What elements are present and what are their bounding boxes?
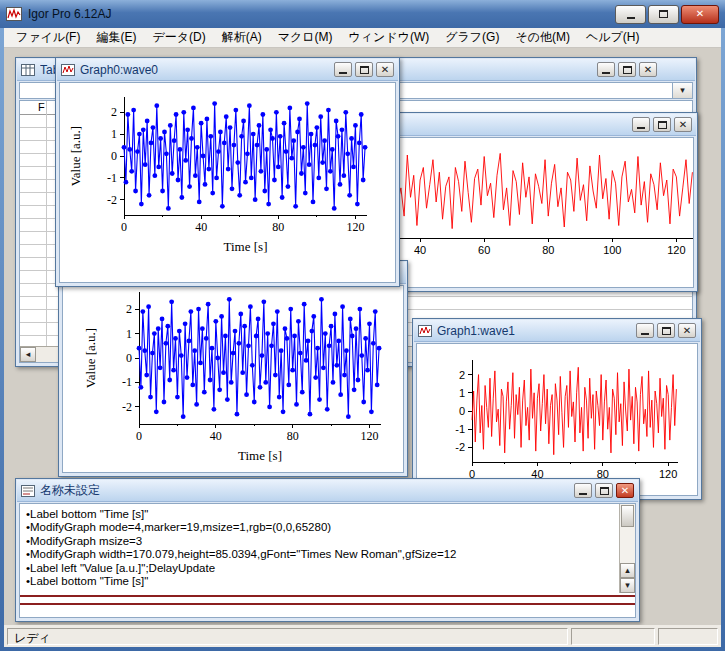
command-window-icon — [21, 485, 35, 497]
scroll-up-button[interactable]: ▴ — [620, 563, 635, 578]
minimize-icon — [627, 17, 635, 19]
igor-app-window: Igor Pro 6.12AJ ✕ ファイル(F) 編集(E) データ(D) 解… — [0, 0, 725, 651]
close-icon: ✕ — [381, 65, 389, 75]
command-minimize-button[interactable] — [574, 483, 592, 498]
svg-text:120: 120 — [667, 244, 685, 256]
graph0b-plot[interactable]: 04080120-2-1012Time [s]Value [a.u.] — [63, 286, 403, 472]
status-panel-3 — [658, 628, 718, 645]
graph1-plot[interactable]: 04080120-2-1012 — [417, 344, 697, 495]
graph2-minimize-button[interactable] — [632, 117, 650, 132]
table-grid-vline — [46, 101, 47, 346]
graph2-plot[interactable]: 406080100120 — [400, 138, 693, 287]
command-divider — [20, 595, 635, 605]
command-line-input[interactable] — [20, 605, 635, 617]
svg-text:-2: -2 — [107, 193, 117, 207]
command-maximize-button[interactable] — [595, 483, 613, 498]
svg-text:2: 2 — [126, 302, 132, 316]
maximize-icon — [662, 327, 671, 335]
graph0-title: Graph0:wave0 — [80, 63, 331, 77]
svg-text:80: 80 — [542, 244, 554, 256]
menu-misc[interactable]: その他(M) — [507, 27, 578, 48]
table-maximize-button[interactable] — [618, 62, 636, 77]
history-scrollbar[interactable]: ▴ ▾ — [619, 504, 635, 593]
menu-graph[interactable]: グラフ(G) — [437, 27, 507, 48]
table-close-button[interactable]: ✕ — [639, 62, 657, 77]
svg-text:-1: -1 — [455, 423, 465, 435]
svg-text:2: 2 — [459, 369, 465, 381]
graph0-minimize-button[interactable] — [334, 62, 352, 77]
scroll-left-button[interactable]: ◂ — [20, 347, 36, 362]
history-line: •Label bottom "Time [s]" — [26, 575, 619, 588]
maximize-icon — [658, 121, 667, 129]
menu-file[interactable]: ファイル(F) — [8, 27, 88, 48]
command-titlebar[interactable]: 名称未設定 ✕ — [17, 480, 638, 502]
graph2-close-button[interactable]: ✕ — [674, 117, 692, 132]
graph2-titlebar[interactable]: ✕ — [397, 114, 696, 136]
svg-text:0: 0 — [136, 429, 142, 443]
svg-text:80: 80 — [272, 220, 284, 234]
menu-edit[interactable]: 編集(E) — [88, 27, 144, 48]
graph-window-icon — [61, 64, 75, 76]
graph0-close-button[interactable]: ✕ — [376, 62, 394, 77]
mdi-client-area: Table0 ✕ ▾ F ◂ — [4, 48, 721, 625]
graph1-window: Graph1:wave1 ✕ 04080120-2-1012 — [412, 318, 702, 500]
graph0-titlebar[interactable]: Graph0:wave0 ✕ — [57, 59, 398, 81]
scrollbar-thumb[interactable] — [621, 505, 634, 527]
scroll-down-button[interactable]: ▾ — [620, 578, 635, 593]
svg-text:-2: -2 — [122, 400, 132, 414]
svg-text:Time [s]: Time [s] — [224, 239, 268, 254]
app-titlebar[interactable]: Igor Pro 6.12AJ ✕ — [0, 0, 725, 28]
command-close-button[interactable]: ✕ — [616, 483, 634, 498]
history-line: •Label bottom "Time [s]" — [26, 508, 619, 521]
menubar: ファイル(F) 編集(E) データ(D) 解析(A) マクロ(M) ウィンドウ(… — [4, 28, 721, 48]
svg-text:120: 120 — [346, 220, 364, 234]
entry-dropdown-button[interactable]: ▾ — [672, 83, 692, 98]
svg-text:0: 0 — [459, 405, 465, 417]
menu-data[interactable]: データ(D) — [144, 27, 213, 48]
graph1-titlebar[interactable]: Graph1:wave1 ✕ — [414, 320, 700, 342]
menu-macros[interactable]: マクロ(M) — [270, 27, 341, 48]
menu-help[interactable]: ヘルプ(H) — [578, 27, 648, 48]
command-history[interactable]: •Label bottom "Time [s]" •ModifyGraph mo… — [20, 504, 619, 593]
menu-windows[interactable]: ウィンドウ(W) — [341, 27, 438, 48]
svg-text:1: 1 — [126, 327, 132, 341]
graph0-window: Graph0:wave0 ✕ 04080120-2-1012Time [s]Va… — [55, 57, 400, 287]
svg-text:100: 100 — [603, 244, 621, 256]
graph-window-icon — [418, 325, 432, 337]
maximize-icon — [659, 10, 668, 18]
command-content: •Label bottom "Time [s]" •ModifyGraph mo… — [19, 503, 636, 618]
table-window-icon — [21, 64, 35, 76]
close-icon: ✕ — [679, 120, 687, 130]
graph1-maximize-button[interactable] — [657, 323, 675, 338]
statusbar: レディ — [4, 625, 721, 647]
svg-text:-1: -1 — [122, 375, 132, 389]
graph1-minimize-button[interactable] — [636, 323, 654, 338]
graph1-close-button[interactable]: ✕ — [678, 323, 696, 338]
history-line: •ModifyGraph width=170.079,height=85.039… — [26, 548, 619, 561]
graph2-maximize-button[interactable] — [653, 117, 671, 132]
graph0-content: 04080120-2-1012Time [s]Value [a.u.] — [59, 82, 396, 283]
svg-text:Time [s]: Time [s] — [238, 448, 282, 463]
app-maximize-button[interactable] — [648, 5, 679, 24]
history-line: •Label left "Value [a.u.]";DelayUpdate — [26, 562, 619, 575]
graph0-plot[interactable]: 04080120-2-1012Time [s]Value [a.u.] — [60, 83, 395, 282]
graph0-maximize-button[interactable] — [355, 62, 373, 77]
chevron-down-icon: ▾ — [680, 86, 685, 95]
maximize-icon — [360, 66, 369, 74]
close-icon: ✕ — [683, 326, 691, 336]
close-icon: ✕ — [621, 486, 629, 496]
menu-analysis[interactable]: 解析(A) — [214, 27, 270, 48]
svg-text:0: 0 — [111, 149, 117, 163]
close-icon: ✕ — [644, 65, 652, 75]
app-close-button[interactable]: ✕ — [681, 5, 719, 24]
arrow-left-icon: ◂ — [26, 350, 31, 359]
table-minimize-button[interactable] — [597, 62, 615, 77]
minimize-icon — [641, 333, 649, 335]
app-icon — [6, 7, 22, 21]
history-line: •ModifyGraph mode=4,marker=19,msize=1,rg… — [26, 521, 619, 534]
app-minimize-button[interactable] — [615, 5, 646, 24]
maximize-icon — [623, 66, 632, 74]
graph1-content: 04080120-2-1012 — [416, 343, 698, 496]
svg-text:40: 40 — [414, 244, 426, 256]
maximize-icon — [600, 487, 609, 495]
